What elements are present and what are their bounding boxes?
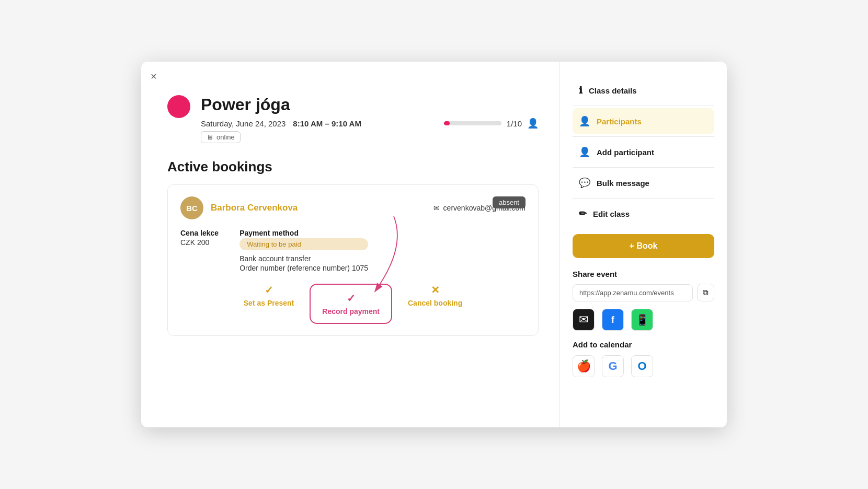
class-details-label: Class details [589, 86, 637, 95]
edit-icon: ✏ [579, 208, 587, 219]
absent-badge: absent [493, 196, 526, 208]
class-header: Power jóga Saturday, June 24, 2023 8:10 … [201, 90, 539, 143]
share-url-row: https://app.zenamu.com/events ⧉ [573, 284, 714, 301]
section-title: Active bookings [167, 159, 539, 175]
email-share-button[interactable]: ✉ [573, 309, 595, 331]
email-icon: ✉ [433, 204, 440, 212]
class-time: 8:10 AM – 9:10 AM [293, 119, 361, 128]
social-icons: ✉ f 📱 [573, 309, 714, 331]
sidebar-item-edit-class[interactable]: ✏ Edit class [573, 201, 714, 227]
order-number: Order number (reference number) 1075 [239, 264, 368, 272]
check-icon: ✓ [265, 284, 273, 296]
payment-status-badge: Waiting to be paid [239, 238, 368, 250]
capacity-bar [444, 121, 501, 125]
record-payment-icon: ✓ [347, 292, 356, 305]
book-button[interactable]: + Book [573, 234, 714, 258]
set-present-button[interactable]: ✓ Set as Present [244, 284, 294, 324]
class-meta: Saturday, June 24, 2023 8:10 AM – 9:10 A… [201, 118, 539, 129]
action-buttons: ✓ Set as Present ✓ Record payment ✕ Canc… [180, 284, 526, 324]
copy-url-button[interactable]: ⧉ [697, 284, 714, 301]
sidebar: ℹ Class details 👤 Participants 👤 Add par… [559, 62, 727, 427]
apple-calendar-button[interactable]: 🍎 [573, 355, 595, 377]
divider-3 [573, 167, 714, 168]
payment-method-label: Payment method [239, 229, 368, 237]
class-title: Power jóga [201, 95, 539, 114]
capacity-section: 1/10 👤 [444, 118, 539, 129]
bulk-message-label: Bulk message [597, 179, 649, 188]
modal: × Power jóga Saturday, June 24, 2023 8:1… [141, 62, 727, 427]
booking-card: absent BC Barbora Cervenkova ✉ cervenkov… [167, 184, 539, 336]
sidebar-item-class-details[interactable]: ℹ Class details [573, 77, 714, 103]
monitor-icon: 🖥 [207, 133, 213, 141]
booking-details: Cena lekce CZK 200 Payment method Waitin… [180, 229, 526, 272]
participant-header: BC Barbora Cervenkova ✉ cervenkovab@gmai… [180, 196, 526, 219]
divider-1 [573, 106, 714, 106]
capacity-count: 1/10 [507, 119, 522, 128]
online-badge: 🖥 online [201, 131, 241, 143]
set-present-label: Set as Present [244, 299, 294, 307]
record-payment-button[interactable]: ✓ Record payment [310, 284, 392, 324]
calendar-icons: 🍎 G O [573, 355, 714, 377]
avatar: BC [180, 196, 203, 219]
cancel-booking-button[interactable]: ✕ Cancel booking [408, 284, 462, 324]
cancel-icon: ✕ [431, 284, 440, 296]
sidebar-item-bulk-message[interactable]: 💬 Bulk message [573, 170, 714, 196]
person-icon: 👤 [527, 118, 539, 129]
google-calendar-button[interactable]: G [602, 355, 624, 377]
edit-class-label: Edit class [593, 209, 630, 218]
sidebar-item-participants[interactable]: 👤 Participants [573, 108, 714, 134]
participants-icon: 👤 [579, 115, 590, 127]
capacity-fill [444, 121, 450, 125]
whatsapp-share-button[interactable]: 📱 [631, 309, 653, 331]
payment-col: Payment method Waiting to be paid Bank a… [239, 229, 368, 272]
price-label: Cena lekce [180, 229, 219, 237]
price-col: Cena lekce CZK 200 [180, 229, 219, 247]
sidebar-item-add-participant[interactable]: 👤 Add participant [573, 139, 714, 165]
cancel-booking-label: Cancel booking [408, 299, 462, 307]
facebook-share-button[interactable]: f [602, 309, 624, 331]
close-button[interactable]: × [151, 71, 157, 82]
info-icon: ℹ [579, 85, 583, 96]
record-payment-label: Record payment [322, 307, 380, 316]
calendar-title: Add to calendar [573, 340, 714, 349]
participant-name[interactable]: Barbora Cervenkova [211, 203, 298, 213]
share-title: Share event [573, 270, 714, 278]
main-content: Power jóga Saturday, June 24, 2023 8:10 … [141, 62, 559, 427]
outlook-calendar-button[interactable]: O [631, 355, 653, 377]
payment-method-value: Bank account transfer [239, 254, 368, 263]
divider-2 [573, 136, 714, 137]
class-color-dot [167, 95, 190, 118]
online-label: online [216, 133, 235, 141]
share-section: Share event https://app.zenamu.com/event… [573, 270, 714, 331]
share-url: https://app.zenamu.com/events [573, 284, 693, 301]
divider-4 [573, 198, 714, 199]
add-participant-label: Add participant [597, 148, 654, 157]
message-icon: 💬 [579, 177, 590, 189]
price-value: CZK 200 [180, 238, 219, 247]
participants-label: Participants [597, 117, 642, 126]
add-participant-icon: 👤 [579, 146, 590, 158]
class-date: Saturday, June 24, 2023 [201, 119, 285, 128]
